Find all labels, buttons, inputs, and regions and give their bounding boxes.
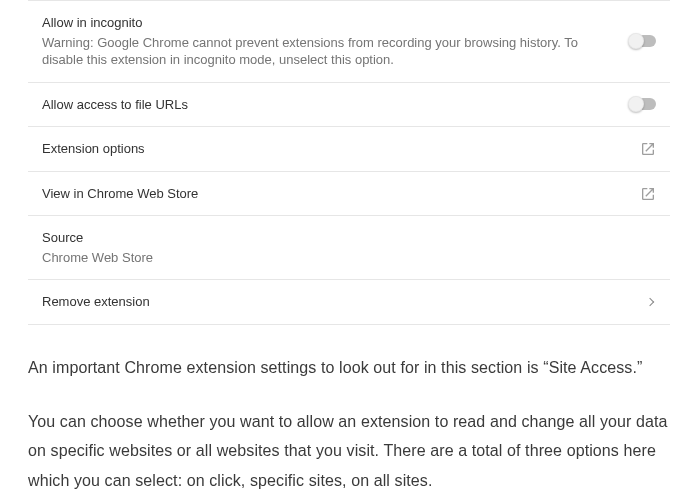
extension-settings-panel: Allow in incognito Warning: Google Chrom… bbox=[28, 0, 670, 325]
row-source-text: Source Chrome Web Store bbox=[42, 229, 656, 266]
open-external-icon bbox=[640, 141, 656, 157]
row-allow-incognito: Allow in incognito Warning: Google Chrom… bbox=[28, 1, 670, 83]
remove-extension-title: Remove extension bbox=[42, 293, 623, 311]
article-body: An important Chrome extension settings t… bbox=[28, 353, 672, 495]
paragraph: An important Chrome extension settings t… bbox=[28, 353, 672, 383]
row-file-urls-text: Allow access to file URLs bbox=[42, 96, 606, 114]
allow-incognito-toggle[interactable] bbox=[630, 35, 656, 47]
paragraph: You can choose whether you want to allow… bbox=[28, 407, 672, 496]
file-urls-toggle[interactable] bbox=[630, 98, 656, 110]
row-remove-extension-text: Remove extension bbox=[42, 293, 623, 311]
source-title: Source bbox=[42, 229, 656, 247]
open-external-icon bbox=[640, 186, 656, 202]
row-extension-options-text: Extension options bbox=[42, 140, 616, 158]
row-allow-incognito-text: Allow in incognito Warning: Google Chrom… bbox=[42, 14, 606, 69]
row-remove-extension[interactable]: Remove extension bbox=[28, 280, 670, 325]
row-source: Source Chrome Web Store bbox=[28, 216, 670, 280]
extension-options-title: Extension options bbox=[42, 140, 616, 158]
web-store-title: View in Chrome Web Store bbox=[42, 185, 616, 203]
source-value: Chrome Web Store bbox=[42, 249, 656, 267]
chevron-right-icon bbox=[646, 298, 654, 306]
row-file-urls: Allow access to file URLs bbox=[28, 83, 670, 128]
file-urls-title: Allow access to file URLs bbox=[42, 96, 606, 114]
allow-incognito-title: Allow in incognito bbox=[42, 14, 606, 32]
row-web-store-text: View in Chrome Web Store bbox=[42, 185, 616, 203]
row-extension-options[interactable]: Extension options bbox=[28, 127, 670, 172]
row-web-store[interactable]: View in Chrome Web Store bbox=[28, 172, 670, 217]
allow-incognito-warning: Warning: Google Chrome cannot prevent ex… bbox=[42, 34, 606, 69]
